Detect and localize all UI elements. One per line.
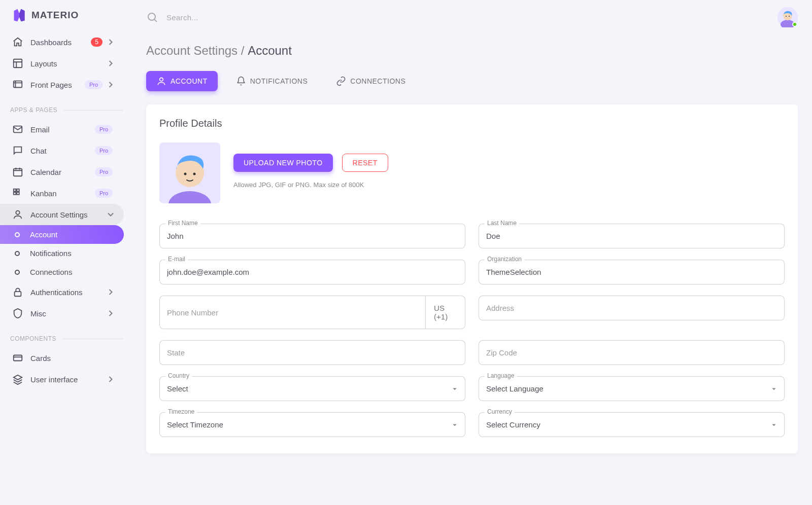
svg-rect-10: [14, 355, 22, 361]
nav-label: Cards: [30, 354, 116, 363]
svg-point-11: [148, 13, 155, 20]
nav-item-email[interactable]: EmailPro: [0, 119, 124, 140]
misc-icon: [12, 308, 23, 319]
reset-button[interactable]: RESET: [342, 154, 388, 172]
timezone-field: Timezone: [159, 412, 465, 437]
chevron-right-icon: [106, 37, 116, 47]
card-title: Profile Details: [159, 118, 785, 129]
nav-label: Misc: [30, 309, 106, 318]
nav-item-dashboards[interactable]: Dashboards5: [0, 31, 124, 53]
nav-label: Email: [30, 125, 95, 134]
online-indicator: [792, 22, 797, 27]
nav-section-header: COMPONENTS: [10, 335, 123, 342]
nav-label: Layouts: [30, 59, 106, 68]
nav-label: Connections: [30, 268, 116, 276]
svg-rect-0: [14, 59, 22, 68]
tab-account[interactable]: ACCOUNT: [146, 71, 218, 91]
breadcrumb-root[interactable]: Account Settings: [146, 44, 238, 57]
badge-pro: Pro: [85, 80, 103, 89]
lock-icon: [12, 286, 23, 298]
upload-photo-button[interactable]: UPLOAD NEW PHOTO: [233, 154, 333, 172]
nav-label: Calendar: [30, 168, 95, 176]
email-input[interactable]: [159, 260, 465, 284]
last-name-input[interactable]: [479, 224, 785, 248]
nav-item-authentications[interactable]: Authentications: [0, 281, 124, 303]
phone-addon: US (+1): [425, 296, 465, 329]
nav-item-front-pages[interactable]: Front PagesPro: [0, 74, 124, 95]
country-field: Country: [159, 376, 465, 401]
tab-connections[interactable]: CONNECTIONS: [326, 71, 416, 91]
cards-icon: [12, 352, 23, 364]
svg-point-16: [789, 16, 790, 17]
profile-card: Profile Details UPLOAD NEW PHOTO RESET A…: [146, 104, 798, 453]
svg-rect-7: [17, 192, 19, 195]
breadcrumb: Account Settings / Account: [146, 44, 798, 58]
sidebar: MATERIO Dashboards5LayoutsFront PagesPro…: [0, 0, 132, 505]
nav-item-connections[interactable]: Connections: [0, 263, 124, 281]
badge-count: 5: [91, 38, 103, 47]
badge-pro: Pro: [95, 146, 113, 155]
svg-rect-1: [14, 81, 22, 88]
nav-item-calendar[interactable]: CalendarPro: [0, 161, 124, 183]
mail-icon: [12, 124, 23, 135]
user-icon: [156, 76, 166, 86]
state-input[interactable]: [159, 340, 465, 365]
currency-field: Currency: [479, 412, 785, 437]
svg-rect-3: [14, 169, 22, 176]
organization-input[interactable]: [479, 260, 785, 284]
nav-item-layouts[interactable]: Layouts: [0, 53, 124, 74]
nav-item-cards[interactable]: Cards: [0, 347, 124, 369]
nav-item-kanban[interactable]: KanbanPro: [0, 183, 124, 204]
nav-label: Dashboards: [30, 38, 91, 47]
language-field: Language: [479, 376, 785, 401]
state-field: [159, 340, 465, 365]
first-name-input[interactable]: [159, 224, 465, 248]
bullet-icon: [15, 251, 20, 256]
tab-notifications[interactable]: NOTIFICATIONS: [226, 71, 318, 91]
nav-label: Authentications: [30, 288, 106, 297]
bullet-icon: [15, 270, 20, 275]
calendar-icon: [12, 166, 23, 177]
nav-label: Kanban: [30, 189, 95, 198]
nav-item-account-settings[interactable]: Account Settings: [0, 204, 124, 225]
nav-item-misc[interactable]: Misc: [0, 303, 124, 324]
phone-input[interactable]: [159, 296, 425, 329]
bullet-icon: [15, 232, 20, 237]
nav-label: Notifications: [30, 249, 116, 258]
currency-select[interactable]: [479, 412, 785, 437]
address-field: [479, 296, 785, 329]
nav-item-account[interactable]: Account: [0, 225, 124, 244]
logo[interactable]: MATERIO: [0, 8, 132, 31]
nav-section-header: APPS & PAGES: [10, 106, 123, 114]
nav-item-user-interface[interactable]: User interface: [0, 369, 124, 390]
profile-photo: [159, 142, 220, 203]
chevron-right-icon: [106, 287, 116, 297]
user-avatar[interactable]: [777, 7, 798, 27]
zip-input[interactable]: [479, 340, 785, 365]
chevron-right-icon: [106, 308, 116, 318]
nav-item-chat[interactable]: ChatPro: [0, 140, 124, 161]
chevron-right-icon: [106, 374, 116, 384]
nav-label: Chat: [30, 147, 95, 155]
language-select[interactable]: [479, 376, 785, 401]
timezone-select[interactable]: [159, 412, 465, 437]
chevron-right-icon: [106, 58, 116, 68]
nav-label: Account: [30, 230, 116, 239]
link-icon: [336, 76, 346, 86]
nav-label: User interface: [30, 375, 106, 384]
chevron-down-icon: [106, 209, 116, 220]
search-input[interactable]: [166, 13, 319, 22]
main-area: Account Settings / Account ACCOUNTNOTIFI…: [132, 0, 812, 505]
ui-icon: [12, 374, 23, 385]
logo-icon: [12, 8, 26, 22]
organization-field: Organization: [479, 260, 785, 284]
layouts-icon: [12, 58, 23, 69]
svg-point-22: [193, 173, 196, 175]
svg-point-21: [184, 173, 187, 175]
search[interactable]: [146, 11, 777, 23]
account-icon: [12, 209, 23, 220]
address-input[interactable]: [479, 296, 785, 320]
search-icon: [146, 11, 158, 23]
nav-item-notifications[interactable]: Notifications: [0, 244, 124, 263]
country-select[interactable]: [159, 376, 465, 401]
